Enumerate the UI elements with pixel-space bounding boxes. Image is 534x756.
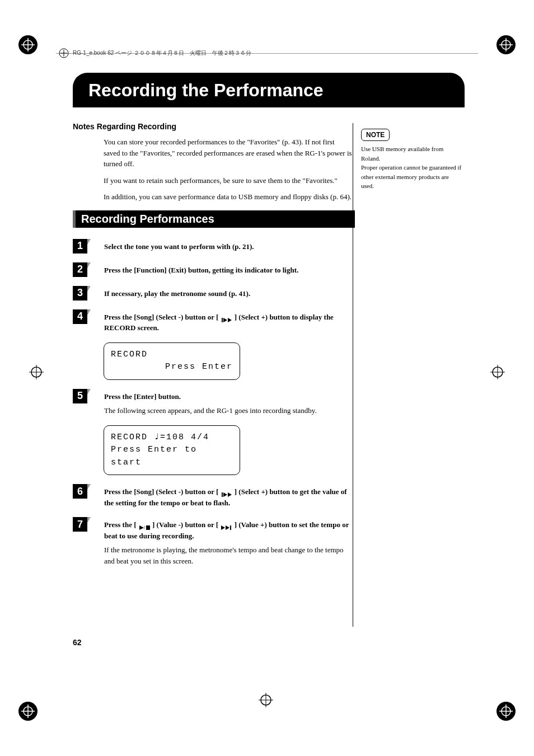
- step-number: 7: [73, 517, 87, 532]
- column-divider: [353, 123, 353, 627]
- print-registration-mark: [17, 700, 39, 722]
- section-header: Recording Performances: [73, 210, 355, 228]
- step-instruction: Press the [Song] (Select -) button or [ …: [104, 486, 353, 508]
- lcd-line: Press Enter: [111, 361, 233, 374]
- note-label: NOTE: [361, 129, 390, 141]
- svg-marker-38: [226, 525, 229, 530]
- step-instruction: Press the [Song] (Select -) button or [ …: [104, 312, 353, 334]
- svg-rect-39: [230, 525, 231, 530]
- body-paragraph: In addition, you can save performance da…: [73, 191, 465, 203]
- step-description: If the metronome is playing, the metrono…: [104, 544, 353, 566]
- svg-marker-32: [223, 492, 227, 497]
- svg-marker-37: [221, 525, 225, 530]
- svg-marker-30: [228, 318, 232, 322]
- chapter-header: Recording the Performance: [73, 73, 465, 107]
- header-metadata: RG-1_e.book 62 ページ ２００８年４月８日 火曜日 午後２時３６分: [73, 49, 251, 57]
- step-instruction: Press the [Function] (Exit) button, gett…: [104, 265, 353, 276]
- print-registration-mark: [489, 364, 506, 381]
- step-instruction: Press the [ / ] (Value -) button or [ ] …: [104, 519, 353, 541]
- step-item: 3 If necessary, play the metronome sound…: [73, 286, 465, 300]
- step-number: 3: [73, 286, 87, 300]
- step-item: 5 Press the [Enter] button. The followin…: [73, 389, 465, 416]
- page-number: 62: [73, 638, 82, 647]
- book-icon: [59, 48, 69, 58]
- chapter-title: Recording the Performance: [88, 80, 324, 101]
- print-registration-mark: [28, 364, 45, 381]
- step-number: 5: [73, 389, 87, 403]
- sidebar-note: NOTE Use USB memory available from Rolan…: [361, 129, 462, 191]
- step-number: 4: [73, 309, 87, 324]
- step-number: 2: [73, 262, 87, 277]
- next-track-icon: [220, 523, 232, 528]
- svg-marker-29: [223, 318, 227, 322]
- step-item: 7 Press the [ / ] (Value -) button or [ …: [73, 517, 465, 566]
- print-registration-mark: [17, 34, 39, 56]
- step-number: 1: [73, 239, 87, 253]
- step-number: 6: [73, 484, 87, 499]
- print-registration-mark: [495, 700, 517, 722]
- prev-track-icon: [221, 490, 233, 495]
- step-description: The following screen appears, and the RG…: [104, 405, 353, 416]
- svg-rect-36: [146, 525, 150, 530]
- lcd-line: RECORD: [111, 349, 233, 361]
- lcd-display: RECORD Press Enter: [104, 342, 240, 380]
- step-instruction: If necessary, play the metronome sound (…: [104, 288, 353, 299]
- prev-track-icon: [221, 315, 233, 321]
- play-stop-icon: /: [138, 523, 151, 528]
- step-item: 2 Press the [Function] (Exit) button, ge…: [73, 262, 465, 277]
- svg-marker-34: [139, 525, 144, 530]
- print-registration-mark: [257, 692, 274, 708]
- note-text: Use USB memory available from Roland. Pr…: [361, 144, 462, 191]
- lcd-display: RECORD ♩=108 4/4 Press Enter to start: [104, 425, 240, 476]
- lcd-line: Press Enter to start: [111, 444, 233, 469]
- step-instruction: Select the tone you want to perform with…: [104, 241, 353, 252]
- step-instruction: Press the [Enter] button.: [104, 391, 353, 402]
- step-item: 6 Press the [Song] (Select -) button or …: [73, 484, 465, 508]
- svg-marker-33: [228, 492, 232, 497]
- svg-text:/: /: [143, 525, 146, 530]
- svg-rect-28: [222, 318, 223, 322]
- step-item: 4 Press the [Song] (Select -) button or …: [73, 309, 465, 334]
- lcd-line: RECORD ♩=108 4/4: [111, 431, 233, 444]
- print-registration-mark: [495, 34, 517, 56]
- step-item: 1 Select the tone you want to perform wi…: [73, 239, 465, 253]
- svg-rect-31: [222, 492, 223, 497]
